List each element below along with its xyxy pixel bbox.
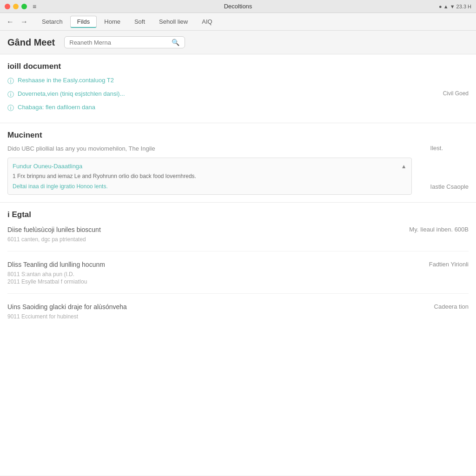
- egtal-item-0-badge: My. Iieaul inben. 600B: [409, 226, 469, 233]
- mucinent-right: Ilest. Iastle Csaople: [430, 145, 469, 195]
- tab-home[interactable]: Home: [98, 16, 127, 28]
- doc-text-3: Chabaga: flen dafiloern dana: [18, 104, 469, 111]
- mucinent-badge1: Ilest.: [430, 145, 469, 152]
- mucinent-section: Mucinent Dido UBC pliollial las any you …: [0, 123, 476, 203]
- doc-badge-2: Civil Goed: [443, 90, 469, 97]
- title-bar: ≡ Decoltions ● ▲ ▼ 23.3 H: [0, 0, 476, 13]
- mucinent-card-title: Fundur Ouneu-Daaatlinga: [13, 163, 82, 170]
- minimize-button[interactable]: [13, 4, 19, 9]
- egtal-item-0-header: Diise fuelùsùcoji luniles bioscunt My. I…: [7, 226, 469, 233]
- document-section-title: ioill document: [7, 62, 469, 71]
- doc-item-2[interactable]: ⓘ Doverneta,vien (tiniq esjstchlen dansi…: [7, 90, 469, 99]
- egtal-item-1-sub-1: 2011 Esylle Mrsatbal f ormiatIou: [7, 278, 469, 285]
- egtal-item-1[interactable]: Dliss Teanling did lunlling hocunm Fadti…: [7, 261, 469, 294]
- app-icon: ≡: [33, 3, 36, 10]
- tab-setarch[interactable]: Setarch: [35, 16, 69, 28]
- egtal-item-0-sub-0: 6011 canten, dgc pa ptrientated: [7, 236, 469, 243]
- window-title: Decoltions: [224, 3, 252, 10]
- search-area: Gând Meet Reaneth Merna 🔍: [0, 31, 476, 54]
- nav-arrows: ← →: [5, 17, 30, 27]
- document-section: ioill document ⓘ Reshaase in the Easly.c…: [0, 54, 476, 123]
- traffic-lights: [5, 4, 27, 9]
- tab-seholl-liew[interactable]: Seholl liew: [152, 16, 194, 28]
- nav-tabs: Setarch Filds Home Soft Seholl liew AIQ: [35, 16, 219, 28]
- egtal-item-0-title: Diise fuelùsùcoji luniles bioscunt: [7, 226, 101, 233]
- egtal-item-2-header: Uins Saoiding glacki draje for alùsónveh…: [7, 303, 469, 311]
- mucinent-card-header: Fundur Ouneu-Daaatlinga ▲: [13, 163, 407, 170]
- mucinent-card-link[interactable]: Deltai inaa di ingle igratio Honoo lents…: [13, 183, 407, 190]
- doc-icon-3: ⓘ: [7, 104, 14, 112]
- mucinent-row: Dido UBC pliollial las any you moviomehi…: [7, 145, 469, 195]
- egtal-item-1-badge: Fadtien Yirionli: [429, 261, 469, 268]
- doc-item-1[interactable]: ⓘ Reshaase in the Easly.contaluog T2: [7, 77, 469, 86]
- close-button[interactable]: [5, 4, 10, 9]
- page-title: Gând Meet: [7, 37, 55, 48]
- mucinent-desc: Dido UBC pliollial las any you moviomehi…: [7, 145, 412, 153]
- doc-text-1: Reshaase in the Easly.contaluog T2: [18, 77, 469, 84]
- mucinent-badge2: Iastle Csaople: [430, 179, 469, 190]
- search-box: Reaneth Merna 🔍: [64, 36, 185, 48]
- egtal-item-2[interactable]: Uins Saoiding glacki draje for alùsónveh…: [7, 303, 469, 328]
- status-area: ● ▲ ▼ 23.3 H: [439, 4, 471, 9]
- egtal-item-2-title: Uins Saoiding glacki draje for alùsónveh…: [7, 303, 127, 311]
- main-content: ioill document ⓘ Reshaase in the Easly.c…: [0, 54, 476, 476]
- nav-bar: ← → Setarch Filds Home Soft Seholl liew …: [0, 13, 476, 31]
- tab-filds[interactable]: Filds: [70, 16, 97, 28]
- mucinent-card[interactable]: Fundur Ouneu-Daaatlinga ▲ 1 Frx brinpnu …: [7, 158, 412, 195]
- search-button[interactable]: 🔍: [172, 39, 179, 46]
- doc-icon-2: ⓘ: [7, 91, 14, 99]
- doc-item-3[interactable]: ⓘ Chabaga: flen dafiloern dana: [7, 104, 469, 112]
- doc-text-2: Doverneta,vien (tiniq esjstchlen dansi).…: [18, 90, 439, 97]
- tab-soft[interactable]: Soft: [128, 16, 152, 28]
- back-button[interactable]: ←: [5, 17, 16, 27]
- doc-icon-1: ⓘ: [7, 77, 14, 86]
- egtal-item-1-sub-0: 8011 S:antan aha pun (I.D.: [7, 271, 469, 278]
- forward-button[interactable]: →: [19, 17, 30, 27]
- mucinent-left: Dido UBC pliollial las any you moviomehi…: [7, 145, 412, 195]
- egtal-item-2-badge: Cadeera tion: [434, 303, 469, 310]
- mucinent-card-arrow: ▲: [401, 163, 407, 170]
- egtal-item-1-title: Dliss Teanling did lunlling hocunm: [7, 261, 105, 268]
- egtal-title: i Egtal: [7, 210, 469, 219]
- egtal-item-2-sub-0: 9011 Ecciument for hubinest: [7, 313, 469, 320]
- egtal-section: i Egtal Diise fuelùsùcoji luniles bioscu…: [0, 203, 476, 345]
- mucinent-card-body: 1 Frx brinpnu and iemaz Le and Ryohrunn …: [13, 172, 407, 180]
- egtal-item-1-header: Dliss Teanling did lunlling hocunm Fadti…: [7, 261, 469, 268]
- mucinent-title: Mucinent: [7, 131, 469, 140]
- status-icons: ● ▲ ▼ 23.3 H: [439, 4, 471, 9]
- tab-aiq[interactable]: AIQ: [195, 16, 218, 28]
- search-input[interactable]: Reaneth Merna: [69, 39, 172, 46]
- maximize-button[interactable]: [21, 4, 27, 9]
- egtal-item-0[interactable]: Diise fuelùsùcoji luniles bioscunt My. I…: [7, 226, 469, 251]
